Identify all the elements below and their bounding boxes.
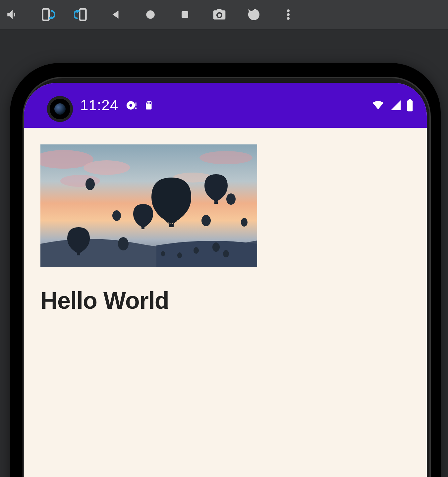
hero-image — [40, 144, 257, 267]
rotate-left-icon — [39, 7, 55, 22]
stop-icon — [179, 9, 191, 20]
record-icon — [145, 9, 156, 20]
svg-point-29 — [112, 210, 121, 221]
svg-point-5 — [287, 13, 290, 16]
cell-signal-icon — [390, 99, 402, 111]
svg-rect-14 — [407, 100, 413, 111]
svg-rect-25 — [214, 201, 218, 204]
status-time: 11:24 — [80, 97, 118, 114]
svg-point-30 — [118, 237, 129, 250]
restore-icon — [247, 7, 261, 22]
heading: Hello World — [40, 287, 410, 314]
svg-point-38 — [161, 251, 165, 256]
svg-rect-1 — [80, 9, 86, 21]
svg-point-8 — [129, 104, 132, 107]
status-right — [371, 99, 414, 112]
more-button[interactable] — [280, 7, 296, 23]
restore-button[interactable] — [246, 7, 262, 23]
svg-point-10 — [135, 107, 137, 109]
svg-point-33 — [241, 218, 248, 227]
rotate-left-button[interactable] — [39, 7, 55, 23]
svg-point-20 — [199, 151, 252, 164]
more-vert-icon — [282, 8, 295, 21]
svg-point-35 — [223, 250, 229, 257]
status-left: 11:24 — [80, 97, 154, 114]
svg-point-31 — [201, 215, 211, 226]
back-button[interactable] — [108, 7, 124, 23]
battery-icon — [406, 99, 414, 112]
rotate-right-button[interactable] — [74, 7, 89, 23]
sd-card-icon — [144, 99, 154, 111]
svg-rect-9 — [136, 103, 137, 106]
svg-rect-0 — [43, 9, 49, 21]
rotate-right-icon — [74, 7, 89, 22]
balloons-sunset-image — [40, 144, 257, 267]
svg-point-6 — [287, 17, 290, 20]
svg-point-34 — [212, 242, 220, 252]
svg-point-18 — [84, 160, 130, 175]
svg-rect-26 — [141, 227, 144, 229]
svg-rect-22 — [169, 224, 174, 227]
record-button[interactable] — [142, 7, 158, 23]
svg-rect-13 — [150, 102, 151, 104]
wifi-icon — [371, 99, 385, 111]
app-content: Hello World — [24, 128, 427, 331]
svg-point-28 — [85, 178, 95, 190]
svg-rect-3 — [182, 11, 188, 18]
svg-point-36 — [194, 247, 199, 254]
back-icon — [110, 9, 122, 21]
screenshot-button[interactable] — [211, 7, 227, 23]
stop-button[interactable] — [177, 7, 193, 23]
device-frame: 11:24 — [0, 30, 448, 477]
disc-icon — [126, 100, 137, 111]
svg-point-4 — [287, 9, 290, 12]
svg-rect-12 — [149, 102, 150, 104]
svg-point-37 — [177, 252, 182, 258]
volume-button[interactable] — [5, 7, 21, 23]
punch-hole-camera — [47, 96, 73, 122]
svg-point-32 — [226, 193, 236, 205]
svg-rect-27 — [77, 253, 80, 255]
volume-icon — [6, 8, 20, 22]
svg-rect-15 — [409, 99, 411, 100]
emulator-toolbar — [0, 0, 448, 30]
status-bar: 11:24 — [24, 83, 427, 128]
svg-point-2 — [146, 10, 155, 19]
camera-icon — [212, 7, 227, 22]
phone-screen: 11:24 — [24, 83, 427, 477]
svg-rect-11 — [147, 102, 148, 104]
